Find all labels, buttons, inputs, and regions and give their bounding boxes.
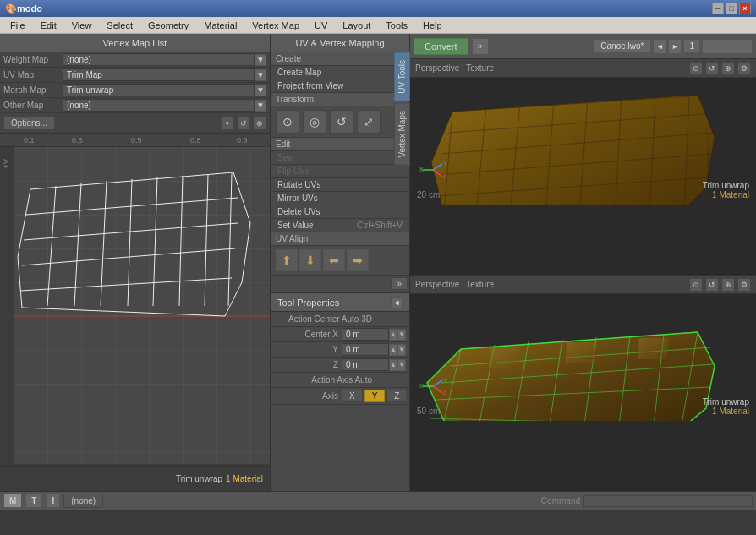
- bottom-vp-label: Trim unwrap 1 Material: [703, 397, 749, 416]
- uv-map-value[interactable]: Trim Map: [63, 68, 255, 81]
- menu-material[interactable]: Material: [197, 19, 244, 32]
- create-map-btn[interactable]: Create Map: [271, 66, 409, 79]
- morph-map-value[interactable]: Trim unwrap: [63, 84, 255, 96]
- edit-map-icon[interactable]: ↺: [237, 117, 250, 130]
- vp-top-search-btn[interactable]: ⚙: [737, 62, 751, 75]
- title-bar: 🎨 modo ─ □ ×: [0, 0, 756, 17]
- tab-t[interactable]: T: [25, 494, 42, 508]
- center-y-value[interactable]: 0 m: [342, 343, 389, 356]
- left-panel: Vertex Map List Weight Map (none) ▼ UV M…: [0, 34, 271, 491]
- top-viewport-title2: Texture: [466, 63, 494, 73]
- frame-slider[interactable]: [702, 39, 753, 54]
- expand-btn[interactable]: »: [391, 277, 408, 290]
- bottom-viewport-3d[interactable]: Trim unwrap 1 Material 50 cm Y Z X: [410, 294, 756, 423]
- weight-map-dropdown[interactable]: ▼: [255, 54, 266, 66]
- svg-line-54: [433, 386, 442, 393]
- menu-uv[interactable]: UV: [308, 19, 334, 32]
- other-map-dropdown[interactable]: ▼: [255, 100, 266, 112]
- axis-z-btn[interactable]: Z: [386, 390, 407, 402]
- convert-button[interactable]: Convert: [414, 38, 468, 55]
- tab-i[interactable]: I: [46, 494, 60, 508]
- frame-number[interactable]: 1: [683, 39, 700, 53]
- menu-help[interactable]: Help: [416, 19, 449, 32]
- menu-select[interactable]: Select: [100, 19, 140, 32]
- menu-view[interactable]: View: [65, 19, 99, 32]
- vp-top-reset-btn[interactable]: ↺: [705, 62, 719, 75]
- sew-btn[interactable]: Sew: [271, 151, 409, 165]
- move-icon[interactable]: ⊙: [276, 110, 299, 134]
- tool-props-header: Tool Properties ◄: [271, 293, 409, 312]
- filename-display[interactable]: Canoe.lwo*: [593, 39, 651, 53]
- next-frame-btn[interactable]: ►: [668, 39, 682, 54]
- prev-frame-btn[interactable]: ◄: [653, 39, 666, 54]
- props-collapse-btn[interactable]: ◄: [391, 297, 403, 308]
- center-x-down[interactable]: ▼: [397, 329, 406, 341]
- other-map-value[interactable]: (none): [63, 99, 255, 112]
- align-right-btn[interactable]: ➡: [347, 249, 369, 271]
- top-viewport-3d[interactable]: Trim unwrap 1 Material 20 cm Y Z X: [410, 78, 756, 206]
- axis-y-btn[interactable]: Y: [364, 390, 386, 402]
- rotate-uvs-btn[interactable]: Rotate UVs: [271, 178, 409, 192]
- center-y-down[interactable]: ▼: [397, 344, 406, 356]
- project-from-view-btn[interactable]: Project from View: [271, 79, 409, 93]
- uv-canvas[interactable]: [14, 147, 270, 464]
- set-value-btn[interactable]: Set Value Ctrl+Shift+V: [271, 219, 409, 232]
- uv-map-dropdown[interactable]: ▼: [255, 69, 266, 81]
- viewport-toolbar: Convert » Canoe.lwo* ◄ ► 1: [410, 34, 756, 59]
- top-vp-label: Trim unwrap 1 Material: [703, 181, 749, 199]
- ruler-1: 0.3: [72, 136, 83, 145]
- align-icons: ⬆ ⬇ ⬅ ➡: [271, 246, 409, 276]
- tab-m[interactable]: M: [3, 494, 22, 508]
- center-x-value[interactable]: 0 m: [342, 328, 389, 341]
- viewport-expand-btn[interactable]: »: [472, 38, 489, 55]
- menu-vertex-map[interactable]: Vertex Map: [245, 19, 306, 32]
- bottom-bar: M T I (none) Command: [0, 491, 756, 510]
- menu-tools[interactable]: Tools: [379, 19, 414, 32]
- search-icon[interactable]: ⊕: [253, 117, 266, 130]
- align-bottom-btn[interactable]: ⬇: [299, 249, 321, 271]
- menu-file[interactable]: File: [3, 19, 32, 32]
- mirror-uvs-btn[interactable]: Mirror UVs: [271, 192, 409, 205]
- ruler-3: 0.8: [190, 136, 201, 145]
- center-y-up[interactable]: ▲: [389, 344, 397, 356]
- top-vp-scale: 20 cm: [417, 190, 440, 199]
- menu-layout[interactable]: Layout: [336, 19, 377, 32]
- center-z-label: Z: [274, 360, 342, 369]
- minimize-button[interactable]: ─: [712, 3, 724, 14]
- center-z-value[interactable]: 0 m: [342, 358, 389, 371]
- vp-bottom-lock-btn[interactable]: ⊙: [689, 278, 703, 292]
- align-left-btn[interactable]: ⬅: [323, 249, 345, 271]
- align-top-btn[interactable]: ⬆: [276, 249, 298, 271]
- shear-icon[interactable]: ⤢: [357, 110, 381, 134]
- maximize-button[interactable]: □: [726, 3, 737, 14]
- delete-uvs-btn[interactable]: Delete UVs: [271, 205, 409, 219]
- flip-uvs-btn[interactable]: Flip UVs: [271, 165, 409, 178]
- axis-x-btn[interactable]: X: [342, 390, 363, 402]
- vp-top-lock-btn[interactable]: ⊙: [689, 62, 703, 75]
- bottom-vp-scale: 50 cm: [417, 407, 440, 416]
- options-button[interactable]: Options...: [3, 116, 55, 130]
- scale-icon[interactable]: ◎: [303, 110, 326, 134]
- menu-geometry[interactable]: Geometry: [141, 19, 195, 32]
- vp-bottom-zoom-btn[interactable]: ⊕: [721, 278, 735, 292]
- center-x-up[interactable]: ▲: [389, 329, 397, 341]
- bottom-viewport: Perspective Texture ⊙ ↺ ⊕ ⚙: [410, 276, 756, 491]
- weight-map-label: Weight Map: [3, 55, 63, 64]
- close-button[interactable]: ×: [739, 3, 751, 14]
- weight-map-value[interactable]: (none): [63, 53, 255, 66]
- morph-map-dropdown[interactable]: ▼: [255, 85, 266, 96]
- menu-edit[interactable]: Edit: [34, 19, 63, 32]
- vp-bottom-search-btn[interactable]: ⚙: [737, 278, 751, 292]
- command-input[interactable]: [583, 495, 753, 507]
- vp-bottom-reset-btn[interactable]: ↺: [705, 278, 719, 292]
- vp-top-zoom-btn[interactable]: ⊕: [721, 62, 735, 75]
- add-map-icon[interactable]: ✦: [221, 117, 234, 130]
- svg-line-31: [433, 170, 442, 177]
- none-selector[interactable]: (none): [63, 494, 103, 508]
- center-y-row: Y 0 m ▲ ▼: [271, 342, 409, 358]
- center-z-up[interactable]: ▲: [389, 359, 397, 371]
- rotate-icon[interactable]: ↺: [330, 110, 353, 134]
- center-z-down[interactable]: ▼: [397, 359, 406, 371]
- uv-tools-tab[interactable]: UV Tools: [394, 52, 410, 101]
- vertex-maps-tab[interactable]: Vertex Maps: [394, 103, 410, 166]
